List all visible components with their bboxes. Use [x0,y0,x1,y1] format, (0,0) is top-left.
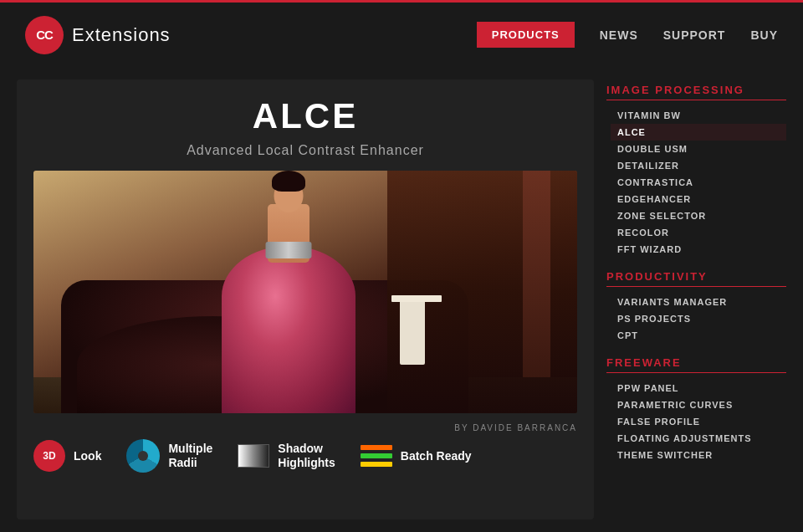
table-decoration [400,298,425,365]
woman-figure [205,196,372,413]
news-link[interactable]: NEWS [600,28,638,42]
sidebar-item-parametric-curves[interactable]: PARAMETRIC CURVES [611,396,786,413]
logo-area: CC Extensions [25,16,171,54]
logo-icon[interactable]: CC [25,16,64,54]
sidebar-item-fft-wizard[interactable]: FFT WIZARD [611,241,786,258]
sidebar-item-cpt[interactable]: CPT [611,327,786,344]
woman-top [266,242,312,258]
product-title: ALCE [33,96,577,136]
features-bar: 3D Look MultipleRadii ShadowHighlights [33,439,577,473]
sidebar-item-false-profile[interactable]: FALSE PROFILE [611,413,786,430]
sidebar-item-contrastica[interactable]: CONTRASTICA [611,174,786,191]
sidebar-item-edgehancer[interactable]: EDGEHANCER [611,191,786,207]
feature-radii-label: MultipleRadii [168,442,212,470]
sidebar-items-productivity: VARIANTS MANAGER PS PROJECTS CPT [611,294,786,344]
product-subtitle: Advanced Local Contrast Enhancer [33,143,577,158]
logo-initials: CC [36,28,53,42]
feature-batch-label: Batch Ready [401,449,472,463]
sidebar-title-freeware: FREEWARE [606,356,786,373]
batch-stripe-2 [361,453,392,458]
header: CC Extensions PRODUCTS NEWS SUPPORT BUY [0,0,803,67]
sidebar-item-ps-projects[interactable]: PS PROJECTS [611,310,786,327]
woman-dress [222,246,355,413]
buy-link[interactable]: BUY [750,28,778,42]
sidebar-section-image-processing: IMAGE PROCESSING VITAMIN BW ALCE DOUBLE … [606,84,786,258]
brand-name: Extensions [72,24,171,46]
nav-area: PRODUCTS NEWS SUPPORT BUY [477,22,778,48]
sidebar-item-vitamin-bw[interactable]: VITAMIN BW [611,107,786,124]
sidebar-item-variants-manager[interactable]: VARIANTS MANAGER [611,294,786,310]
left-panel: ALCE Advanced Local Contrast Enhancer [17,79,594,519]
products-button[interactable]: PRODUCTS [477,22,575,48]
feature-batch-ready: Batch Ready [361,444,472,468]
sidebar-items-image-processing: VITAMIN BW ALCE DOUBLE USM DETAILIZER CO… [611,107,786,258]
sidebar-title-productivity: PRODUCTIVITY [606,270,786,287]
woman-hair [272,171,305,192]
support-link[interactable]: SUPPORT [663,28,726,42]
curtain-detail [523,171,550,377]
sidebar-item-double-usm[interactable]: DOUBLE USM [611,141,786,157]
product-image [33,171,577,413]
right-sidebar: IMAGE PROCESSING VITAMIN BW ALCE DOUBLE … [606,79,786,519]
sidebar-title-image-processing: IMAGE PROCESSING [606,84,786,100]
feature-shadow-highlights: ShadowHighlights [238,442,335,470]
sidebar-item-floating-adjustments[interactable]: FLOATING ADJUSTMENTS [611,430,786,447]
sidebar-item-detailizer[interactable]: DETAILIZER [611,157,786,174]
shadow-icon [238,444,269,468]
sidebar-item-theme-switcher[interactable]: THEME SWITCHER [611,447,786,463]
sidebar-section-freeware: FREEWARE PPW PANEL PARAMETRIC CURVES FAL… [606,356,786,463]
batch-stripe-3 [361,462,392,467]
main-content: ALCE Advanced Local Contrast Enhancer [0,67,803,532]
table-top [391,295,442,302]
feature-shadow-label: ShadowHighlights [278,442,335,470]
feature-3d-label: Look [74,449,101,463]
sidebar-item-alce[interactable]: ALCE [611,124,786,141]
feature-multiple-radii: MultipleRadii [126,439,212,473]
3d-icon: 3D [33,440,65,472]
batch-icon [361,444,392,468]
feature-3d-look: 3D Look [33,440,101,472]
sidebar-item-ppw-panel[interactable]: PPW PANEL [611,380,786,396]
batch-stripe-1 [361,445,392,450]
sidebar-items-freeware: PPW PANEL PARAMETRIC CURVES FALSE PROFIL… [611,380,786,463]
by-line: BY DAVIDE BARRANCA [33,423,577,432]
radii-icon [126,439,160,473]
sidebar-item-recolor[interactable]: RECOLOR [611,224,786,241]
sidebar-item-zone-selector[interactable]: ZONE SELECTOR [611,207,786,224]
bottom-section: BY DAVIDE BARRANCA 3D Look MultipleRadii… [33,423,577,473]
sidebar-section-productivity: PRODUCTIVITY VARIANTS MANAGER PS PROJECT… [606,270,786,344]
